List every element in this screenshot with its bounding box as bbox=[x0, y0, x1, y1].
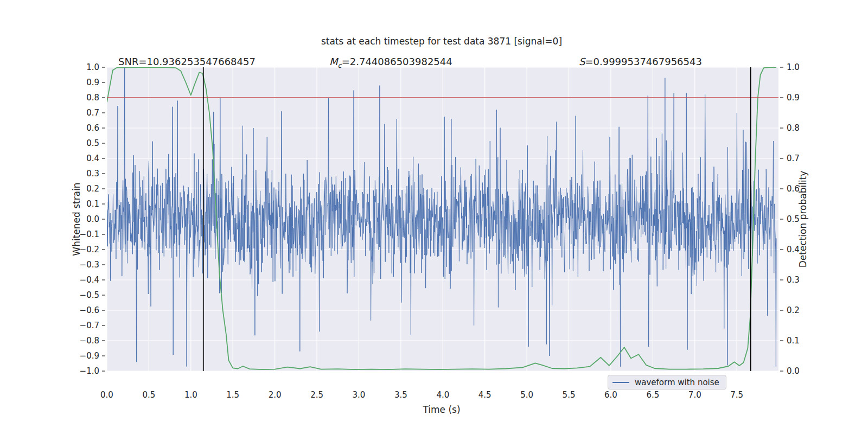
tick-label: 6.0 bbox=[604, 390, 617, 400]
annotation-s: S=0.9999537467956543 bbox=[579, 56, 702, 67]
tick-label: 0.0 bbox=[787, 366, 800, 376]
tick-label: 3.5 bbox=[394, 390, 407, 400]
tick-label: −0.7 bbox=[80, 321, 99, 330]
tick-label: 0.3 bbox=[86, 169, 99, 178]
annotation-mc: Mc=2.744086503982544 bbox=[329, 56, 452, 69]
tick-label: 2.0 bbox=[269, 390, 282, 400]
x-axis-label: Time (s) bbox=[423, 404, 460, 415]
tick-label: 0.9 bbox=[787, 93, 800, 103]
tick-label: −0.1 bbox=[80, 229, 99, 239]
tick-label: −1.0 bbox=[80, 366, 99, 376]
tick-label: 0.4 bbox=[86, 154, 99, 163]
tick-label: 1.0 bbox=[86, 62, 99, 72]
tick-label: 0.3 bbox=[787, 275, 800, 285]
tick-label: 1.0 bbox=[787, 62, 800, 72]
tick-label: 0.8 bbox=[86, 93, 99, 103]
tick-label: 0.5 bbox=[86, 138, 99, 148]
tick-label: 0.2 bbox=[86, 184, 99, 194]
tick-label: −0.6 bbox=[80, 305, 99, 315]
tick-label: 1.5 bbox=[226, 390, 239, 400]
tick-label: 0.5 bbox=[142, 390, 155, 400]
tick-label: −0.2 bbox=[80, 245, 99, 254]
legend-line-sample-icon bbox=[612, 382, 629, 383]
tick-label: 7.5 bbox=[730, 390, 743, 400]
tick-label: 0.6 bbox=[86, 123, 99, 133]
y-axis-label-right: Detection probability bbox=[797, 171, 808, 268]
tick-label: 3.0 bbox=[353, 390, 366, 400]
annotation-snr: SNR=10.936253547668457 bbox=[118, 56, 256, 67]
tick-label: 0.9 bbox=[86, 78, 99, 87]
tick-label: 7.0 bbox=[688, 390, 701, 400]
legend: waveform with noise bbox=[608, 375, 726, 390]
tick-label: 0.0 bbox=[100, 390, 113, 400]
tick-label: −0.4 bbox=[80, 275, 99, 285]
tick-label: −0.9 bbox=[80, 351, 99, 361]
tick-label: 0.8 bbox=[787, 123, 800, 133]
tick-label: 0.1 bbox=[787, 336, 800, 346]
y-axis-label-left: Whitened strain bbox=[71, 182, 82, 256]
tick-label: 4.5 bbox=[478, 390, 492, 400]
tick-label: 0.7 bbox=[86, 108, 99, 118]
figure: stats at each timestep for test data 387… bbox=[0, 0, 868, 434]
tick-label: 2.5 bbox=[310, 390, 323, 400]
tick-label: 5.5 bbox=[563, 390, 576, 400]
tick-label: −0.5 bbox=[80, 290, 99, 300]
tick-label: 5.0 bbox=[520, 390, 533, 400]
tick-label: 0.1 bbox=[86, 199, 99, 209]
tick-label: 0.7 bbox=[787, 154, 800, 163]
tick-label: 0.0 bbox=[86, 214, 99, 224]
tick-label: −0.8 bbox=[80, 336, 99, 346]
tick-label: 1.0 bbox=[184, 390, 197, 400]
chart-title: stats at each timestep for test data 387… bbox=[321, 36, 562, 47]
tick-label: −0.3 bbox=[80, 260, 99, 270]
tick-label: 6.5 bbox=[646, 390, 659, 400]
tick-label: 0.2 bbox=[787, 305, 800, 315]
tick-label: 4.0 bbox=[436, 390, 449, 400]
legend-label: waveform with noise bbox=[635, 378, 719, 387]
